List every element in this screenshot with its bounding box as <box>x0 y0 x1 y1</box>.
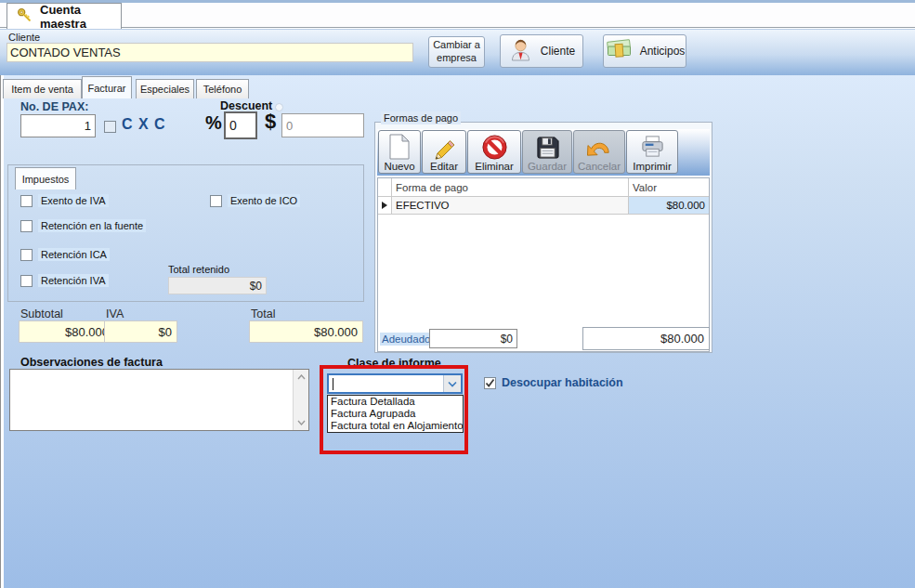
option-factura-detallada[interactable]: Factura Detallada <box>328 396 463 408</box>
guardar-button[interactable]: Guardar <box>522 130 572 174</box>
payments-group-label: Formas de pago <box>381 111 461 124</box>
change-company-button[interactable]: Cambiar a empresa <box>428 36 485 68</box>
row-marker-cell <box>378 197 392 215</box>
vacate-room-checkbox[interactable] <box>484 377 496 389</box>
tab-impuestos[interactable]: Impuestos <box>15 167 76 189</box>
client-input[interactable] <box>7 43 413 62</box>
tab-item-de-venta[interactable]: Item de venta <box>3 79 82 98</box>
retencion-ica-checkbox[interactable] <box>20 249 33 261</box>
observations-textarea[interactable] <box>10 370 292 430</box>
tab-facturar-label: Facturar <box>88 83 126 94</box>
cxc-checkbox[interactable] <box>104 121 116 133</box>
observations-scrollbar[interactable] <box>293 370 308 430</box>
pax-input[interactable] <box>20 114 96 137</box>
iva-label: IVA <box>106 307 124 320</box>
observations-box <box>9 369 309 431</box>
percent-symbol: % <box>205 112 222 134</box>
client-label: Cliente <box>8 32 40 43</box>
document-tabstrip <box>0 3 915 28</box>
payments-toolbar: Nuevo Editar Eli <box>377 129 710 176</box>
owed-label: Adeudado <box>380 333 432 346</box>
row-marker-header-cell <box>378 178 392 197</box>
total-field: $80.000 <box>249 320 363 343</box>
tab-facturar[interactable]: Facturar <box>82 76 132 98</box>
exento-iva-label: Exento de IVA <box>38 194 109 207</box>
retencion-fuente-label: Retención en la fuente <box>38 219 146 232</box>
client-button-label: Cliente <box>541 45 575 58</box>
discount-amount-input[interactable] <box>281 113 364 137</box>
eliminar-button[interactable]: Eliminar <box>467 130 521 174</box>
guardar-button-label: Guardar <box>528 161 567 172</box>
editar-button[interactable]: Editar <box>422 130 466 174</box>
text-caret <box>333 378 333 390</box>
option-factura-agrupada[interactable]: Factura Agrupada <box>328 408 463 420</box>
observations-label: Observaciones de factura <box>20 356 163 369</box>
tab-especiales[interactable]: Especiales <box>136 79 194 98</box>
scroll-down-icon[interactable] <box>294 415 309 430</box>
chevron-down-icon <box>448 381 457 387</box>
person-icon <box>508 37 533 65</box>
tab-cuenta-maestra-label: Cuenta maestra <box>40 3 121 31</box>
cxc-label: C X C <box>122 116 166 133</box>
vacate-room-label: Desocupar habitación <box>502 376 623 389</box>
cancel-undo-icon <box>586 133 613 161</box>
report-class-combobox[interactable] <box>327 373 463 394</box>
exento-ico-checkbox[interactable] <box>210 195 222 207</box>
advances-button-label: Anticipos <box>640 45 686 58</box>
cancelar-button-label: Cancelar <box>578 161 621 172</box>
exento-iva-checkbox[interactable] <box>20 195 33 207</box>
retencion-iva-checkbox[interactable] <box>20 275 33 287</box>
edit-pencil-icon <box>432 133 456 161</box>
save-floppy-icon <box>535 133 560 161</box>
tab-item-de-venta-label: Item de venta <box>11 84 73 95</box>
exento-ico-label: Exento de ICO <box>228 194 300 207</box>
payments-table-header: Forma de pago Valor <box>378 178 709 197</box>
tab-telefono-label: Teléfono <box>203 84 242 95</box>
scroll-up-icon[interactable] <box>294 370 309 385</box>
change-company-label: Cambiar a empresa <box>431 39 482 65</box>
tax-option-retencion-iva[interactable]: Retención IVA <box>20 274 109 287</box>
pax-label: No. DE PAX: <box>20 100 88 113</box>
total-retained-label: Total retenido <box>168 264 229 275</box>
owed-input[interactable] <box>429 329 517 348</box>
tax-option-retencion-ica[interactable]: Retención ICA <box>20 248 110 261</box>
iva-field: $0 <box>104 320 177 343</box>
payment-row-forma: EFECTIVO <box>392 197 629 215</box>
new-document-icon <box>388 133 411 161</box>
report-class-label: Clase de informe <box>347 357 441 370</box>
delete-block-icon <box>481 133 508 161</box>
tab-telefono[interactable]: Teléfono <box>196 79 249 98</box>
combobox-dropdown-button[interactable] <box>443 375 461 392</box>
dollar-symbol: $ <box>265 110 276 134</box>
editar-button-label: Editar <box>430 161 458 172</box>
client-button[interactable]: Cliente <box>500 34 583 68</box>
col-valor[interactable]: Valor <box>629 178 709 197</box>
money-icon <box>605 38 634 64</box>
retencion-ica-label: Retención ICA <box>38 248 110 261</box>
payment-row-efectivo[interactable]: EFECTIVO $80.000 <box>378 197 709 215</box>
tax-option-exento-ico[interactable]: Exento de ICO <box>210 194 300 207</box>
imprimir-button[interactable]: Imprimir <box>626 130 678 174</box>
option-factura-total-alojamiento[interactable]: Factura total en Alojamiento <box>328 420 463 432</box>
nuevo-button-label: Nuevo <box>384 161 414 172</box>
vacate-room-option[interactable]: Desocupar habitación <box>484 376 623 389</box>
total-label: Total <box>251 307 275 320</box>
tab-cuenta-maestra[interactable]: Cuenta maestra <box>7 3 122 29</box>
retencion-fuente-checkbox[interactable] <box>20 220 33 232</box>
tax-option-retencion-fuente[interactable]: Retención en la fuente <box>20 219 146 232</box>
retencion-iva-label: Retención IVA <box>38 274 109 287</box>
report-class-value <box>329 375 330 376</box>
row-marker-icon <box>382 202 387 209</box>
col-forma-de-pago[interactable]: Forma de pago <box>392 178 629 197</box>
tab-impuestos-label: Impuestos <box>22 174 70 185</box>
discount-indicator <box>275 103 283 111</box>
nuevo-button[interactable]: Nuevo <box>378 130 421 174</box>
report-class-dropdown-list: Factura Detallada Factura Agrupada Factu… <box>327 395 464 433</box>
discount-percent-input[interactable] <box>224 111 257 139</box>
payments-table: Forma de pago Valor EFECTIVO $80.000 <box>378 178 709 215</box>
eliminar-button-label: Eliminar <box>475 161 514 172</box>
paid-total-field: $80.000 <box>582 327 710 350</box>
advances-button[interactable]: Anticipos <box>603 34 686 68</box>
cancelar-button[interactable]: Cancelar <box>573 130 625 174</box>
tax-option-exento-iva[interactable]: Exento de IVA <box>20 194 109 207</box>
